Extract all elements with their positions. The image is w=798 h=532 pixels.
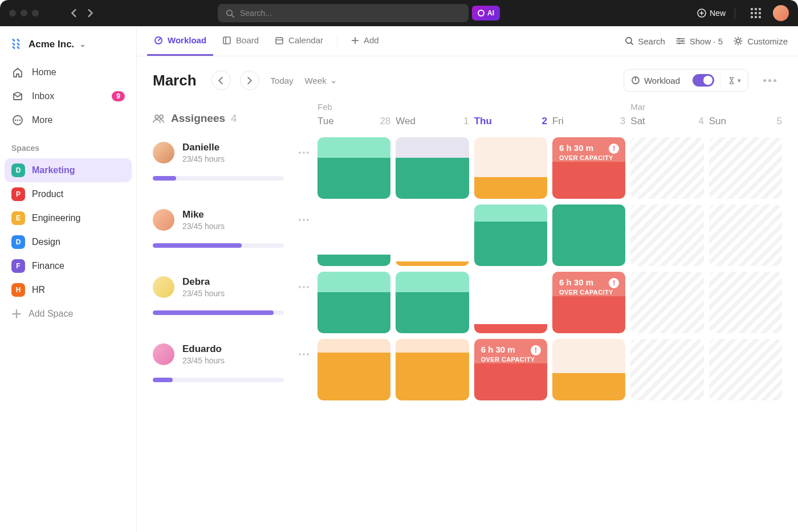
ai-button[interactable]: AI	[472, 6, 500, 21]
search-placeholder: Search...	[240, 9, 272, 18]
assignee-progress	[153, 310, 284, 315]
svg-point-10	[678, 38, 679, 39]
assignee-name: Debra	[182, 276, 225, 288]
power-icon	[631, 76, 640, 85]
add-view-button[interactable]: Add	[344, 26, 386, 56]
assignees-header: Assignees 4	[153, 102, 312, 132]
workload-block[interactable]	[396, 272, 469, 333]
sliders-icon	[675, 36, 686, 46]
hourglass-icon	[727, 76, 736, 85]
day-header: MarSat4	[630, 102, 703, 132]
workload-block[interactable]	[317, 204, 390, 266]
assignee-menu-button[interactable]	[295, 215, 312, 224]
space-icon: F	[11, 259, 25, 273]
assignee-menu-button[interactable]	[295, 350, 312, 359]
view-customize-button[interactable]: Customize	[733, 36, 788, 46]
workload-filter-button[interactable]: ▾	[720, 76, 748, 85]
apps-grid-button[interactable]	[748, 5, 764, 21]
sidebar: Acme Inc. ⌄ HomeInbox9More Spaces DMarke…	[0, 26, 137, 532]
assignee-hours: 23/45 hours	[182, 289, 225, 298]
nav-back-button[interactable]	[66, 5, 82, 21]
new-button[interactable]: New	[691, 5, 731, 21]
workspace-switcher[interactable]: Acme Inc. ⌄	[5, 31, 132, 60]
main-panel: Workload Board Calendar Add Search	[137, 26, 798, 532]
workload-block[interactable]	[474, 272, 547, 333]
assignee-progress	[153, 378, 284, 382]
view-show-button[interactable]: Show · 5	[675, 36, 723, 46]
space-item-engineering[interactable]: EEngineering	[5, 206, 132, 230]
svg-rect-7	[223, 37, 230, 44]
next-period-button[interactable]	[240, 71, 259, 90]
day-header: FebTue28	[317, 102, 390, 132]
workload-block[interactable]	[552, 204, 625, 266]
assignee-avatar	[153, 142, 174, 163]
workload-block[interactable]	[396, 204, 469, 266]
view-search-button[interactable]: Search	[625, 36, 665, 46]
month-title: March	[153, 72, 197, 89]
assignee-avatar	[153, 209, 174, 231]
svg-point-5	[19, 120, 21, 121]
nav-forward-button[interactable]	[82, 5, 98, 21]
space-item-product[interactable]: PProduct	[5, 182, 132, 206]
space-icon: E	[11, 211, 25, 225]
prev-period-button[interactable]	[211, 71, 231, 90]
window-controls[interactable]	[9, 10, 39, 17]
space-item-marketing[interactable]: DMarketing	[5, 158, 132, 182]
day-header: Sun5	[709, 102, 782, 132]
workload-toggle-chip: Workload ▾	[624, 69, 748, 92]
sidebar-nav-inbox[interactable]: Inbox9	[5, 84, 132, 108]
calendar-icon	[275, 36, 284, 45]
people-icon	[153, 113, 165, 124]
workload-block	[630, 339, 703, 400]
workload-block[interactable]	[474, 137, 547, 199]
gear-icon	[733, 36, 743, 46]
period-selector[interactable]: Week ⌄	[305, 75, 337, 85]
sidebar-nav-more[interactable]: More	[5, 108, 132, 132]
user-avatar-button[interactable]	[773, 5, 789, 21]
add-space-button[interactable]: Add Space	[5, 302, 132, 326]
assignee-avatar	[153, 343, 174, 365]
tab-workload[interactable]: Workload	[147, 26, 213, 56]
workload-block[interactable]	[474, 204, 547, 266]
svg-point-3	[15, 120, 17, 121]
nav-icon	[11, 66, 24, 79]
board-icon	[222, 36, 231, 45]
plus-icon	[351, 36, 359, 44]
workload-block	[709, 272, 782, 333]
chevron-down-icon: ⌄	[80, 40, 85, 48]
workload-block[interactable]	[552, 339, 625, 400]
plus-circle-icon	[697, 9, 706, 18]
space-item-finance[interactable]: FFinance	[5, 254, 132, 278]
workload-block-over[interactable]: 6 h 30 mOVER CAPACITY!	[474, 339, 547, 400]
today-button[interactable]: Today	[268, 72, 296, 89]
day-header: Wed1	[396, 102, 469, 132]
more-options-button[interactable]	[758, 79, 782, 82]
workload-block[interactable]	[317, 272, 390, 333]
workload-block[interactable]	[396, 137, 469, 199]
space-item-hr[interactable]: HHR	[5, 278, 132, 302]
ai-icon	[478, 10, 484, 17]
sidebar-nav-home[interactable]: Home	[5, 60, 132, 84]
workload-block-over[interactable]: 6 h 30 mOVER CAPACITY!	[552, 137, 625, 199]
workload-block[interactable]	[317, 137, 390, 199]
day-header: Fri3	[552, 102, 625, 132]
assignee-name: Eduardo	[182, 343, 225, 355]
space-icon: P	[11, 187, 25, 201]
workload-block[interactable]	[396, 339, 469, 400]
tab-calendar[interactable]: Calendar	[268, 26, 330, 56]
assignee-menu-button[interactable]	[295, 148, 312, 157]
svg-rect-8	[276, 38, 283, 44]
workspace-logo-icon	[11, 39, 23, 50]
assignee-menu-button[interactable]	[295, 283, 312, 292]
global-search-input[interactable]: Search...	[218, 4, 469, 22]
nav-icon	[11, 90, 24, 103]
workload-block-over[interactable]: 6 h 30 mOVER CAPACITY!	[552, 272, 625, 333]
workload-block[interactable]	[317, 339, 390, 400]
assignee-hours: 23/45 hours	[182, 222, 225, 231]
assignee-name: Mike	[182, 209, 225, 220]
assignee-cell: Mike23/45 hours	[153, 199, 312, 266]
workload-toggle[interactable]	[693, 74, 714, 87]
space-item-design[interactable]: DDesign	[5, 230, 132, 254]
gauge-icon	[154, 36, 163, 45]
tab-board[interactable]: Board	[215, 26, 266, 56]
